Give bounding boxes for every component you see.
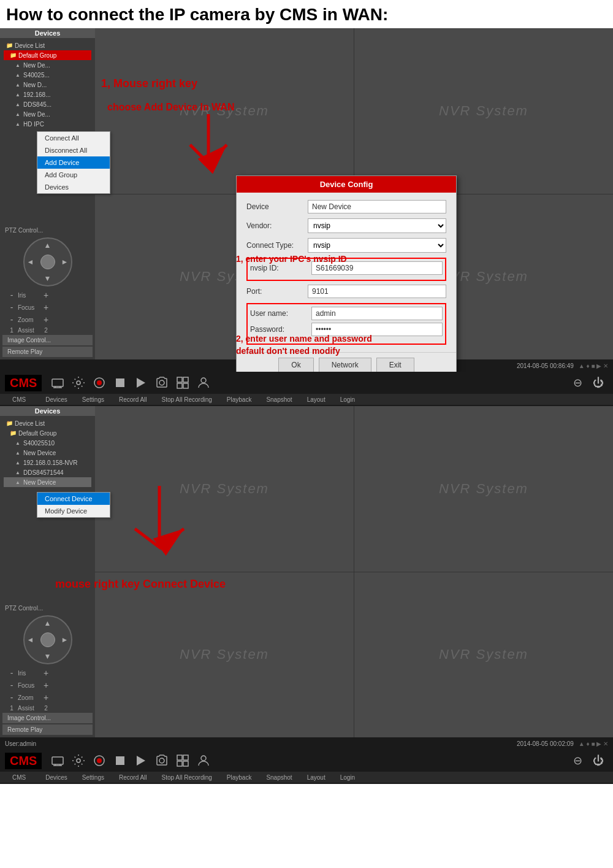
toolbar-btn-snapshot[interactable] [152, 374, 172, 392]
tree-item-default-group[interactable]: Default Group [4, 50, 91, 60]
toolbar-btn-devices-2[interactable] [48, 751, 67, 770]
image-control-btn-2[interactable]: Image Control... [2, 713, 93, 723]
toolbar-btn-settings[interactable] [69, 374, 88, 392]
toolbar-btn-minus[interactable]: ⊖ [568, 374, 587, 392]
video-cell-2-3: NVR System [95, 572, 354, 738]
ptz-section-1: PTZ Control... ▲ ▼ ◄ ► - Iris + [0, 223, 95, 359]
context-modify-device[interactable]: Modify Device [37, 505, 110, 517]
zoom-plus[interactable]: + [42, 315, 50, 325]
toolbar-label-layout-2[interactable]: Layout [300, 774, 333, 781]
tree2-cam5[interactable]: New Device [4, 477, 91, 487]
toolbar-btn-playback-2[interactable] [131, 751, 151, 770]
toolbar-label-stop-recording-2[interactable]: Stop All Recording [154, 774, 219, 781]
context-disconnect-all[interactable]: Disconnect All [37, 144, 110, 156]
toolbar-btn-layout-2[interactable] [173, 751, 192, 770]
assist-num-left: 1 [7, 327, 16, 334]
tree-item-cam5[interactable]: DDS845... [4, 99, 91, 109]
tree2-cam2[interactable]: New Device [4, 448, 91, 458]
ptz-pad-2[interactable]: ▲ ▼ ◄ ► [23, 615, 72, 664]
tree2-cam3[interactable]: 192.168.0.158-NVR [4, 458, 91, 467]
remote-play-btn-2[interactable]: Remote Play [2, 724, 93, 735]
svg-point-15 [201, 378, 206, 383]
context-connect-device[interactable]: Connect Device [37, 493, 110, 505]
svg-marker-25 [137, 756, 145, 766]
toolbar-btn-minus-2[interactable]: ⊖ [568, 751, 587, 770]
cms-toolbar-1: CMS ⊖ ⏻ CMS D [0, 372, 613, 406]
context-add-device[interactable]: Add Device [37, 156, 110, 169]
context-add-group[interactable]: Add Group [37, 169, 110, 181]
toolbar-btn-login-2[interactable] [194, 751, 213, 770]
toolbar-label-stop-recording[interactable]: Stop All Recording [154, 396, 219, 403]
video-cell-2-4: NVR System [354, 572, 613, 738]
svg-rect-30 [183, 761, 188, 766]
tree2-device-list[interactable]: Device List [4, 418, 91, 428]
toolbar-label-playback[interactable]: Playback [219, 396, 259, 403]
toolbar-btn-power[interactable]: ⏻ [588, 374, 608, 392]
ptz-section-2: PTZ Control... ▲ ▼ ◄ ► - Iris + [0, 601, 95, 737]
toolbar-btn-settings-2[interactable] [69, 751, 88, 770]
iris-label-2: Iris [18, 670, 40, 677]
toolbar-btn-devices[interactable] [48, 374, 67, 392]
remote-play-btn-1[interactable]: Remote Play [2, 347, 93, 357]
focus-minus-2[interactable]: - [7, 680, 16, 690]
zoom-minus-2[interactable]: - [7, 693, 16, 702]
toolbar-label-layout[interactable]: Layout [300, 396, 333, 403]
toolbar-btn-record[interactable] [89, 374, 109, 392]
tree-item-cam6[interactable]: New De... [4, 109, 91, 119]
tree-item-device-list[interactable]: Device List [4, 40, 91, 50]
toolbar-btn-snapshot-2[interactable] [152, 751, 172, 770]
tree-item-cam3[interactable]: New D... [4, 80, 91, 90]
tree2-default-group[interactable]: Default Group [4, 428, 91, 438]
svg-point-7 [97, 380, 102, 385]
toolbar-label-devices[interactable]: Devices [38, 396, 75, 403]
toolbar-btn-record-2[interactable] [89, 751, 109, 770]
toolbar-btn-playback[interactable] [131, 374, 151, 392]
video-cell-4: NVR System [354, 194, 613, 360]
zoom-plus-2[interactable]: + [42, 693, 50, 702]
focus-label-2: Focus [18, 682, 40, 689]
assist-label: Assist [18, 327, 40, 334]
iris-label: Iris [18, 292, 40, 299]
iris-plus[interactable]: + [42, 290, 50, 300]
tree-item-cam1[interactable]: New De... [4, 60, 91, 70]
toolbar-label-settings[interactable]: Settings [75, 396, 112, 403]
image-control-btn-1[interactable]: Image Control... [2, 335, 93, 345]
toolbar-label-login[interactable]: Login [333, 396, 362, 403]
toolbar-label-snapshot-2[interactable]: Snapshot [259, 774, 299, 781]
tree-item-cam7[interactable]: HD IPC [4, 119, 91, 129]
iris-minus-2[interactable]: - [7, 668, 16, 678]
svg-marker-9 [137, 378, 145, 388]
tree-item-cam2[interactable]: S40025... [4, 70, 91, 80]
focus-plus-2[interactable]: + [42, 680, 50, 690]
toolbar-btn-stop[interactable] [110, 374, 130, 392]
zoom-minus[interactable]: - [7, 315, 16, 325]
status-bar-1: 2014-08-05 00:86:49 ▲ ♦ ■ ▶ ✕ [0, 359, 613, 372]
toolbar-label-playback-2[interactable]: Playback [219, 774, 259, 781]
tree2-cam4[interactable]: DDS84571544 [4, 467, 91, 477]
context-devices[interactable]: Devices [37, 181, 110, 193]
focus-minus[interactable]: - [7, 302, 16, 312]
camera-icon2-5 [13, 478, 22, 486]
iris-minus[interactable]: - [7, 290, 16, 300]
assist-num-right: 2 [42, 327, 50, 334]
toolbar-label-record-all[interactable]: Record All [112, 396, 154, 403]
toolbar-label-devices-2[interactable]: Devices [38, 774, 75, 781]
toolbar-label-snapshot[interactable]: Snapshot [259, 396, 299, 403]
tree2-cam1[interactable]: S40025510 [4, 438, 91, 448]
tree-item-cam4[interactable]: 192.168... [4, 90, 91, 99]
ptz-pad-1[interactable]: ▲ ▼ ◄ ► [23, 237, 72, 286]
toolbar-label-login-2[interactable]: Login [333, 774, 362, 781]
camera-icon-4 [13, 90, 22, 99]
camera-icon-7 [13, 120, 22, 128]
focus-plus[interactable]: + [42, 302, 50, 312]
toolbar-btn-stop-2[interactable] [110, 751, 130, 770]
toolbar-btn-layout[interactable] [173, 374, 192, 392]
toolbar-label-settings-2[interactable]: Settings [75, 774, 112, 781]
svg-point-10 [159, 380, 164, 385]
toolbar-btn-login[interactable] [194, 374, 213, 392]
context-connect-all[interactable]: Connect All [37, 132, 110, 144]
toolbar-label-record-all-2[interactable]: Record All [112, 774, 154, 781]
folder-icon-2 [9, 51, 17, 60]
iris-plus-2[interactable]: + [42, 668, 50, 678]
toolbar-btn-power-2[interactable]: ⏻ [588, 751, 608, 770]
